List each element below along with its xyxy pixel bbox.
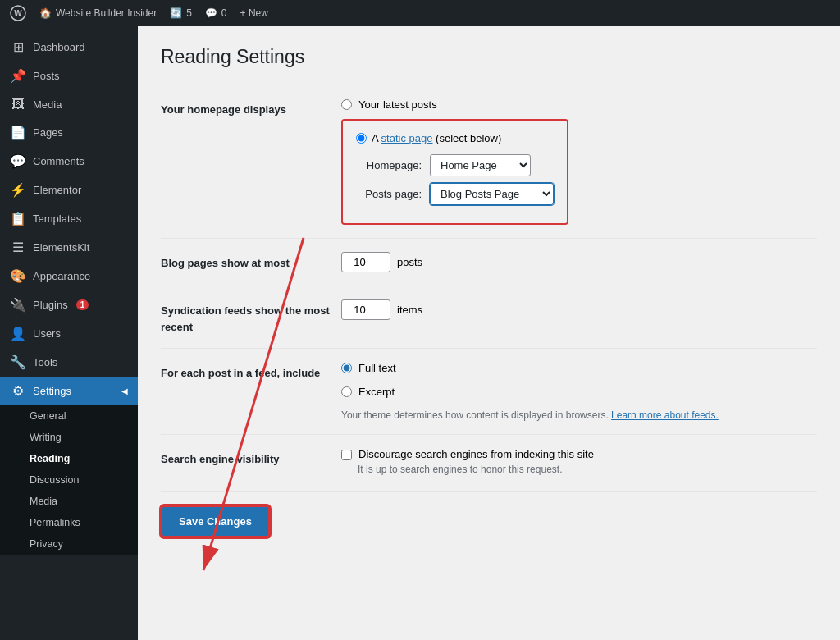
- tools-icon: 🔧: [10, 354, 26, 370]
- blog-pages-control: posts: [341, 252, 817, 272]
- static-page-row: A static page (select below): [356, 132, 554, 144]
- latest-posts-radio[interactable]: [341, 99, 352, 110]
- submenu-general[interactable]: General: [0, 405, 138, 427]
- main-content: Reading Settings Your homepage displays …: [138, 26, 840, 640]
- feed-content-row: For each post in a feed, include Full te…: [161, 348, 817, 434]
- search-engine-checkbox-label: Discourage search engines from indexing …: [358, 448, 594, 460]
- sidebar-item-users[interactable]: 👤 Users: [0, 319, 138, 348]
- posts-page-select-row: Posts page: Blog Posts Page: [356, 183, 554, 205]
- full-text-label: Full text: [358, 362, 396, 374]
- syndication-feeds-suffix: items: [397, 304, 422, 316]
- latest-posts-label: Your latest posts: [358, 98, 437, 111]
- sidebar-item-plugins[interactable]: 🔌 Plugins 1: [0, 290, 138, 319]
- save-changes-section: Save Changes: [161, 491, 817, 551]
- users-icon: 👤: [10, 326, 26, 341]
- posts-icon: 📌: [10, 68, 26, 84]
- full-text-option[interactable]: Full text: [341, 362, 817, 374]
- submenu-reading[interactable]: Reading: [0, 448, 138, 469]
- feed-content-control: Full text Excerpt Your theme determines …: [341, 362, 817, 421]
- pages-icon: 📄: [10, 125, 26, 140]
- syndication-feeds-row: Syndication feeds show the most recent i…: [161, 286, 817, 348]
- dashboard-icon: ⊞: [10, 39, 26, 55]
- syndication-feeds-label: Syndication feeds show the most recent: [161, 299, 341, 335]
- site-name[interactable]: 🏠 Website Builder Insider: [39, 7, 157, 19]
- syndication-feeds-control: items: [341, 299, 817, 320]
- sidebar: ⊞ Dashboard 📌 Posts 🖼 Media 📄 Pages 💬 Co…: [0, 26, 138, 640]
- syndication-feeds-input-row: items: [341, 299, 817, 320]
- sidebar-item-pages[interactable]: 📄 Pages: [0, 118, 138, 147]
- blog-pages-input[interactable]: [341, 252, 390, 272]
- new-item[interactable]: + New: [240, 7, 268, 19]
- homepage-select-row: Homepage: Home Page: [356, 154, 554, 176]
- static-page-link[interactable]: static page: [381, 132, 433, 144]
- homepage-displays-control: Your latest posts A static page (select …: [341, 98, 817, 225]
- search-engine-checkbox-row: Discourage search engines from indexing …: [341, 448, 817, 460]
- feed-help-text: Your theme determines how content is dis…: [341, 409, 817, 421]
- latest-posts-option[interactable]: Your latest posts: [341, 98, 817, 111]
- sidebar-item-tools[interactable]: 🔧 Tools: [0, 348, 138, 377]
- posts-page-select[interactable]: Blog Posts Page: [430, 183, 554, 205]
- homepage-select[interactable]: Home Page: [430, 154, 531, 176]
- sidebar-item-templates[interactable]: 📋 Templates: [0, 204, 138, 233]
- svg-text:W: W: [14, 9, 22, 18]
- sidebar-item-posts[interactable]: 📌 Posts: [0, 62, 138, 90]
- settings-arrow-icon: ◀: [121, 386, 128, 395]
- sidebar-item-settings[interactable]: ⚙ Settings ◀: [0, 377, 138, 405]
- media-icon: 🖼: [10, 97, 26, 112]
- plugins-badge: 1: [76, 299, 89, 310]
- elementskit-icon: ☰: [10, 240, 26, 255]
- templates-icon: 📋: [10, 211, 26, 226]
- search-engine-label: Search engine visibility: [161, 448, 341, 468]
- sidebar-item-dashboard[interactable]: ⊞ Dashboard: [0, 33, 138, 62]
- settings-icon: ⚙: [10, 383, 26, 399]
- feed-content-radio-group: Full text Excerpt: [341, 362, 817, 405]
- home-icon: 🏠: [39, 7, 52, 19]
- appearance-icon: 🎨: [10, 268, 26, 284]
- blog-pages-suffix: posts: [397, 256, 422, 268]
- homepage-displays-row: Your homepage displays Your latest posts…: [161, 85, 817, 238]
- updates-icon: 🔄: [170, 7, 182, 19]
- sidebar-item-comments[interactable]: 💬 Comments: [0, 147, 138, 176]
- submenu-media-settings[interactable]: Media: [0, 491, 138, 512]
- sidebar-item-elementskit[interactable]: ☰ ElementsKit: [0, 233, 138, 262]
- admin-bar: W 🏠 Website Builder Insider 🔄 5 💬 0 + Ne…: [0, 0, 840, 26]
- full-text-radio[interactable]: [341, 363, 352, 373]
- wp-logo-item[interactable]: W: [10, 5, 26, 21]
- homepage-select-label: Homepage:: [356, 159, 422, 171]
- static-page-radio[interactable]: [356, 133, 367, 144]
- comments-item[interactable]: 💬 0: [205, 7, 227, 19]
- settings-submenu: General Writing Reading Discussion Media…: [0, 405, 138, 555]
- plugins-icon: 🔌: [10, 297, 26, 313]
- search-engine-checkbox[interactable]: [341, 450, 352, 460]
- learn-more-feeds-link[interactable]: Learn more about feeds.: [611, 409, 719, 421]
- homepage-displays-label: Your homepage displays: [161, 98, 341, 118]
- submenu-writing[interactable]: Writing: [0, 427, 138, 448]
- updates-item[interactable]: 🔄 5: [170, 7, 192, 19]
- search-engine-help-text: It is up to search engines to honor this…: [341, 464, 817, 475]
- syndication-feeds-input[interactable]: [341, 299, 390, 320]
- static-page-highlight-box: A static page (select below) Homepage: H…: [341, 119, 568, 225]
- comments-icon: 💬: [10, 153, 26, 169]
- submenu-permalinks[interactable]: Permalinks: [0, 512, 138, 533]
- sidebar-item-elementor[interactable]: ⚡ Elementor: [0, 176, 138, 204]
- excerpt-label: Excerpt: [358, 386, 395, 398]
- submenu-discussion[interactable]: Discussion: [0, 469, 138, 491]
- submenu-privacy[interactable]: Privacy: [0, 533, 138, 555]
- blog-pages-input-row: posts: [341, 252, 817, 272]
- sidebar-item-appearance[interactable]: 🎨 Appearance: [0, 262, 138, 290]
- static-page-option-label: A static page (select below): [372, 132, 501, 144]
- posts-page-select-label: Posts page:: [356, 188, 422, 200]
- feed-content-label: For each post in a feed, include: [161, 362, 341, 382]
- elementor-icon: ⚡: [10, 182, 26, 198]
- sidebar-item-media[interactable]: 🖼 Media: [0, 90, 138, 118]
- search-engine-control: Discourage search engines from indexing …: [341, 448, 817, 475]
- blog-pages-label: Blog pages show at most: [161, 252, 341, 272]
- comment-icon: 💬: [205, 7, 217, 19]
- excerpt-option[interactable]: Excerpt: [341, 386, 817, 398]
- page-title: Reading Settings: [161, 46, 817, 68]
- wp-logo-icon: W: [10, 5, 26, 21]
- excerpt-radio[interactable]: [341, 386, 352, 397]
- save-changes-button[interactable]: Save Changes: [161, 505, 270, 537]
- blog-pages-row: Blog pages show at most posts: [161, 238, 817, 286]
- search-engine-row: Search engine visibility Discourage sear…: [161, 434, 817, 488]
